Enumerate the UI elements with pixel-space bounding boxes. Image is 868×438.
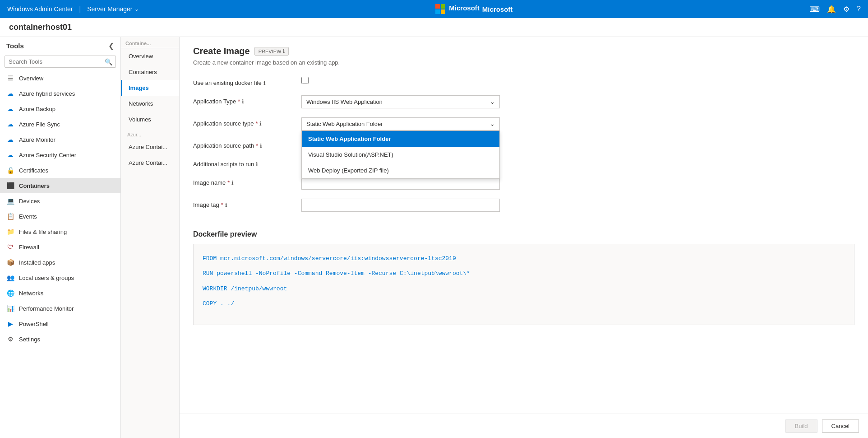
search-icon: 🔍	[105, 58, 112, 65]
search-wrap: 🔍	[5, 56, 116, 68]
bottom-bar: Build Cancel	[180, 414, 868, 438]
dockerfile-title: Dockerfile preview	[193, 230, 854, 238]
dockerfile-line: RUN powershell -NoProfile -Command Remov…	[203, 268, 845, 279]
sidebar-item-azure-monitor[interactable]: ☁ Azure Monitor	[0, 132, 120, 147]
sidebar-item-azure-hybrid[interactable]: ☁ Azure hybrid services	[0, 86, 120, 101]
search-input[interactable]	[5, 56, 116, 68]
middle-nav-item-azure-container-1[interactable]: Azure Contai...	[121, 139, 179, 155]
app-source-type-dropdown-trigger[interactable]: Static Web Application Folder ⌄	[301, 117, 500, 130]
app-source-path-label: Application source path * ℹ	[193, 140, 301, 149]
app-source-type-dropdown-menu: Static Web Application FolderVisual Stud…	[301, 130, 500, 179]
sidebar-item-label-settings: Settings	[19, 336, 40, 343]
middle-nav: OverviewContainersImagesNetworksVolumes	[121, 48, 179, 127]
app-source-type-dropdown[interactable]: Static Web Application Folder ⌄ Static W…	[301, 117, 500, 130]
sidebar-item-containers[interactable]: ⬛ Containers	[0, 178, 120, 193]
app-type-required: *	[238, 98, 240, 105]
sidebar-item-installed-apps[interactable]: 📦 Installed apps	[0, 255, 120, 270]
sidebar-item-devices[interactable]: 💻 Devices	[0, 193, 120, 209]
app-source-type-control: Static Web Application Folder ⌄ Static W…	[301, 117, 500, 130]
ms-logo-sq-2	[435, 9, 440, 14]
sidebar-item-local-users[interactable]: 👥 Local users & groups	[0, 270, 120, 285]
topbar-center: Microsoft Microsoft	[435, 4, 512, 14]
dropdown-option-static-web[interactable]: Static Web Application Folder	[302, 131, 499, 147]
app-source-type-info-icon[interactable]: ℹ	[259, 121, 262, 127]
docker-file-info-icon[interactable]: ℹ	[263, 80, 266, 86]
topbar-divider: |	[79, 5, 81, 13]
ms-logo-sq-0	[435, 4, 440, 9]
overview-icon: ☰	[6, 74, 14, 82]
settings-icon[interactable]: ⚙	[843, 5, 850, 14]
preview-info-icon[interactable]: ℹ	[283, 48, 285, 54]
sidebar-item-overview[interactable]: ☰ Overview	[0, 70, 120, 86]
dropdown-option-vs-solution[interactable]: Visual Studio Solution(ASP.NET)	[302, 147, 499, 163]
devices-icon: 💻	[6, 197, 14, 205]
image-tag-info-icon[interactable]: ℹ	[225, 202, 227, 208]
create-image-title-row: Create Image PREVIEW ℹ	[193, 46, 854, 56]
middle-nav-item-networks[interactable]: Networks	[121, 96, 179, 112]
dockerfile-line: FROM mcr.microsoft.com/windows/servercor…	[203, 253, 845, 264]
sidebar-item-label-perf-monitor: Performance Monitor	[19, 305, 74, 312]
collapse-icon[interactable]: ❮	[108, 42, 114, 50]
additional-scripts-info-icon[interactable]: ℹ	[256, 161, 258, 168]
middle-nav-item-overview[interactable]: Overview	[121, 48, 179, 64]
app-name[interactable]: Windows Admin Center	[7, 5, 73, 13]
sidebar-item-files[interactable]: 📁 Files & file sharing	[0, 224, 120, 239]
image-name-label: Image name * ℹ	[193, 177, 301, 186]
dropdown-option-web-deploy[interactable]: Web Deploy (Exported ZIP file)	[302, 163, 499, 178]
sidebar-item-azure-file-sync[interactable]: ☁ Azure File Sync	[0, 116, 120, 132]
terminal-icon[interactable]: ⌨	[809, 5, 820, 14]
app-body: Tools ❮ 🔍 ☰ Overview ☁ Azure hybrid serv…	[0, 37, 868, 438]
middle-nav-item-volumes[interactable]: Volumes	[121, 112, 179, 127]
image-name-row: Image name * ℹ	[193, 177, 854, 190]
sidebar-item-azure-backup[interactable]: ☁ Azure Backup	[0, 101, 120, 116]
app-type-dropdown[interactable]: Windows IIS Web Application ⌄	[301, 95, 500, 108]
help-icon[interactable]: ?	[857, 5, 861, 13]
sidebar-item-events[interactable]: 📋 Events	[0, 209, 120, 224]
middle-nav-item-containers[interactable]: Containers	[121, 64, 179, 80]
dockerfile-code: FROM mcr.microsoft.com/windows/servercor…	[193, 244, 854, 325]
dockerfile-line	[203, 279, 845, 284]
app-type-info-icon[interactable]: ℹ	[242, 98, 244, 105]
middle-nav-item-azure-container-2[interactable]: Azure Contai...	[121, 155, 179, 171]
build-button[interactable]: Build	[785, 419, 817, 433]
docker-file-checkbox[interactable]	[301, 77, 309, 84]
sidebar-item-firewall[interactable]: 🛡 Firewall	[0, 239, 120, 255]
image-tag-input[interactable]	[301, 199, 500, 212]
notifications-icon[interactable]: 🔔	[827, 5, 836, 14]
sidebar-item-azure-security[interactable]: ☁ Azure Security Center	[0, 147, 120, 163]
image-tag-row: Image tag * ℹ	[193, 199, 854, 212]
settings-icon: ⚙	[6, 335, 14, 343]
middle-azure-nav: Azure Contai...Azure Contai...	[121, 139, 179, 171]
networks-icon: 🌐	[6, 289, 14, 297]
microsoft-label: Microsoft	[449, 4, 480, 14]
sidebar-item-label-files: Files & file sharing	[19, 228, 67, 235]
preview-badge: PREVIEW ℹ	[254, 47, 289, 56]
app-source-type-value: Static Web Application Folder	[306, 121, 383, 127]
ms-logo-sq-3	[441, 9, 445, 14]
docker-file-control	[301, 77, 500, 84]
image-tag-required: *	[221, 201, 223, 208]
sidebar-item-label-networks: Networks	[19, 290, 43, 297]
cancel-button[interactable]: Cancel	[822, 419, 859, 433]
sidebar-item-settings[interactable]: ⚙ Settings	[0, 331, 120, 347]
server-manager-dropdown[interactable]: Server Manager ⌄	[87, 5, 139, 13]
sidebar-item-label-azure-hybrid: Azure hybrid services	[19, 90, 75, 97]
image-name-info-icon[interactable]: ℹ	[231, 180, 234, 186]
app-header: containerhost01	[0, 18, 868, 37]
dockerfile-line	[203, 294, 845, 298]
preview-label: PREVIEW	[259, 49, 282, 54]
sidebar-item-label-firewall: Firewall	[19, 244, 39, 251]
azure-section-label: Azur...	[121, 127, 179, 139]
main-content: Create Image PREVIEW ℹ Create a new cont…	[180, 37, 868, 438]
chevron-down-icon: ⌄	[134, 6, 139, 12]
perf-monitor-icon: 📊	[6, 304, 14, 312]
app-source-path-info-icon[interactable]: ℹ	[260, 143, 262, 149]
middle-nav-item-images[interactable]: Images	[121, 80, 179, 96]
sidebar-item-powershell[interactable]: ▶ PowerShell	[0, 316, 120, 331]
sidebar-item-networks[interactable]: 🌐 Networks	[0, 285, 120, 301]
sidebar-item-certificates[interactable]: 🔒 Certificates	[0, 163, 120, 178]
sidebar-item-perf-monitor[interactable]: 📊 Performance Monitor	[0, 301, 120, 316]
containers-section-label: Containe...	[121, 37, 179, 48]
app-type-dropdown-trigger[interactable]: Windows IIS Web Application ⌄	[301, 95, 500, 108]
sidebar-nav: ☰ Overview ☁ Azure hybrid services ☁ Azu…	[0, 70, 120, 438]
